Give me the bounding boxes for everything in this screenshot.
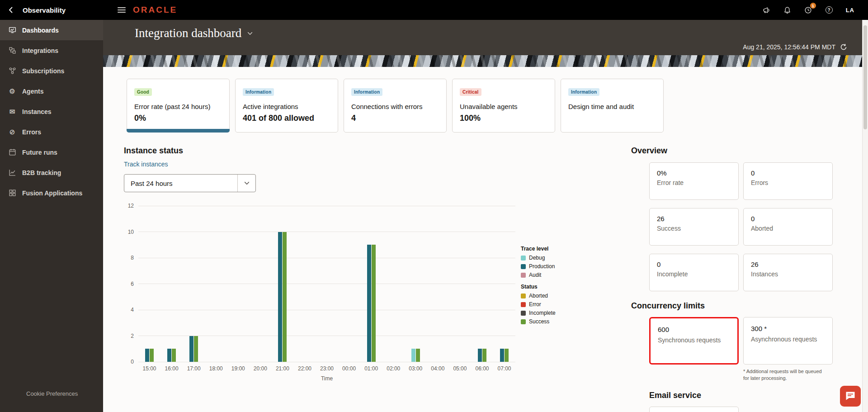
sidebar-item-label: Instances xyxy=(22,108,52,115)
chevron-down-icon xyxy=(247,30,253,37)
legend-item[interactable]: Audit xyxy=(521,272,580,278)
chart-x-label: Time xyxy=(138,375,515,382)
legend-swatch xyxy=(521,256,526,260)
kpi-card[interactable]: Information Design time and audit xyxy=(561,79,664,133)
sidebar-item[interactable]: Future runs xyxy=(0,142,103,162)
sidebar-item-label: Subscriptions xyxy=(22,67,64,75)
overview-value: 26 xyxy=(751,260,825,268)
sidebar-item[interactable]: ⊘ Errors xyxy=(0,122,103,142)
chart-bar[interactable] xyxy=(367,245,371,362)
help-icon[interactable]: ? xyxy=(825,6,833,14)
sidebar-item[interactable]: Subscriptions xyxy=(0,61,103,81)
announcements-icon[interactable] xyxy=(763,6,771,14)
legend-item[interactable]: Error xyxy=(521,301,580,308)
kpi-card-row: Good Error rate (past 24 hours) 0% Infor… xyxy=(127,79,853,133)
chart-bar[interactable] xyxy=(150,349,154,362)
chart-bar[interactable] xyxy=(283,232,287,362)
fusion-apps-icon xyxy=(8,189,16,197)
scrollbar-thumb[interactable] xyxy=(863,25,867,129)
status-badge: Information xyxy=(351,88,382,96)
kpi-card[interactable]: Information Active integrations 401 of 8… xyxy=(235,79,338,133)
chart-bar[interactable] xyxy=(167,349,171,362)
y-tick-label: 4 xyxy=(131,307,134,313)
legend-group-title: Status xyxy=(521,284,580,290)
sidebar-item[interactable]: ⚙ Agents xyxy=(0,81,103,101)
back-icon[interactable] xyxy=(6,5,15,14)
chart-bar[interactable] xyxy=(145,349,149,362)
concurrency-card: 300 * Asynchronous requests xyxy=(743,317,833,365)
sidebar-item-label: Integrations xyxy=(22,47,58,54)
y-tick-label: 12 xyxy=(128,203,134,209)
chart-bar[interactable] xyxy=(172,349,176,362)
chart-bar[interactable] xyxy=(500,349,504,362)
concurrency-value: 600 xyxy=(658,326,730,333)
sidebar-item[interactable]: Integrations xyxy=(0,40,103,61)
chart-legend: Trace levelDebugProductionAuditStatusAbo… xyxy=(521,206,580,382)
legend-item[interactable]: Success xyxy=(521,318,580,325)
legend-swatch xyxy=(521,311,526,316)
sidebar-item[interactable]: B2B tracking xyxy=(0,162,103,183)
x-tick-label: 18:00 xyxy=(205,365,227,372)
chart-bar[interactable] xyxy=(478,349,482,362)
chart-bar[interactable] xyxy=(411,349,415,362)
kpi-label: Design time and audit xyxy=(568,103,656,110)
bar-group xyxy=(493,206,515,362)
bar-group xyxy=(316,206,338,362)
topbar-icons: 1 ? LA xyxy=(763,6,868,14)
overview-value: 26 xyxy=(657,215,731,223)
notifications-bell-icon[interactable] xyxy=(783,6,792,14)
overview-value: 0% xyxy=(657,169,731,177)
kpi-card[interactable]: Good Error rate (past 24 hours) 0% xyxy=(127,79,230,133)
chart-bar[interactable] xyxy=(505,349,509,362)
legend-swatch xyxy=(521,264,526,269)
sidebar-item[interactable]: ✉ Instances xyxy=(0,101,103,122)
y-tick-label: 6 xyxy=(131,281,134,287)
x-tick-label: 16:00 xyxy=(160,365,183,372)
kpi-card[interactable]: Critical Unavailable agents 100% xyxy=(452,79,555,133)
legend-item[interactable]: Debug xyxy=(521,255,580,261)
x-tick-label: 17:00 xyxy=(183,365,205,372)
sidebar-item-label: Future runs xyxy=(22,149,57,156)
chart-bar[interactable] xyxy=(482,349,486,362)
kpi-label: Active integrations xyxy=(243,103,330,110)
chart-bar[interactable] xyxy=(189,336,193,362)
chat-bubble-icon xyxy=(845,390,856,403)
sidebar-item-label: Dashboards xyxy=(22,27,59,34)
legend-item[interactable]: Aborted xyxy=(521,293,580,299)
time-range-select[interactable]: Past 24 hours xyxy=(124,174,256,192)
kpi-card[interactable]: Information Connections with errors 4 xyxy=(344,79,447,133)
chat-button[interactable] xyxy=(840,386,861,407)
sidebar-item[interactable]: Dashboards xyxy=(0,20,103,40)
chart-bar[interactable] xyxy=(194,336,198,362)
concurrency-label: Asynchronous requests xyxy=(751,335,825,343)
dashboard-title-dropdown[interactable]: Integration dashboard xyxy=(135,26,847,40)
legend-item[interactable]: Production xyxy=(521,263,580,270)
page-scrollbar xyxy=(862,20,868,412)
chart-bar[interactable] xyxy=(416,349,420,362)
sidebar-item[interactable]: Fusion Applications xyxy=(0,183,103,203)
recent-activity-clock-icon[interactable]: 1 xyxy=(804,6,812,14)
legend-label: Success xyxy=(529,318,549,325)
chart-bar[interactable] xyxy=(278,232,282,362)
select-chevron-icon xyxy=(237,175,255,192)
x-tick-label: 23:00 xyxy=(316,365,338,372)
chart-y-axis: 024681012 xyxy=(124,206,138,362)
cookie-preferences-link[interactable]: Cookie Preferences xyxy=(26,390,78,397)
right-panel: Overview 0% Error rate 0 xyxy=(631,146,839,412)
concurrency-grid: 600 Synchronous requests 300 * Asynchron… xyxy=(649,317,839,365)
kpi-label: Error rate (past 24 hours) xyxy=(134,103,222,110)
chart-bar[interactable] xyxy=(372,245,376,362)
timestamp-row: Aug 21, 2025, 12:56:44 PM MDT xyxy=(743,43,847,51)
legend-item[interactable]: Incomplete xyxy=(521,310,580,316)
chart-x-axis: 15:0016:0017:0018:0019:0020:0021:0022:00… xyxy=(138,365,515,372)
hamburger-menu-icon[interactable] xyxy=(118,7,126,13)
bar-group xyxy=(382,206,405,362)
errors-icon: ⊘ xyxy=(8,128,16,136)
sidebar-item-label: Errors xyxy=(22,128,41,136)
track-instances-link[interactable]: Track instances xyxy=(124,161,168,168)
overview-value: 0 xyxy=(751,215,825,223)
content: Good Error rate (past 24 hours) 0% Infor… xyxy=(103,67,868,412)
refresh-icon[interactable] xyxy=(840,43,847,51)
user-avatar[interactable]: LA xyxy=(846,7,854,14)
concurrency-heading: Concurrency limits xyxy=(631,301,839,311)
